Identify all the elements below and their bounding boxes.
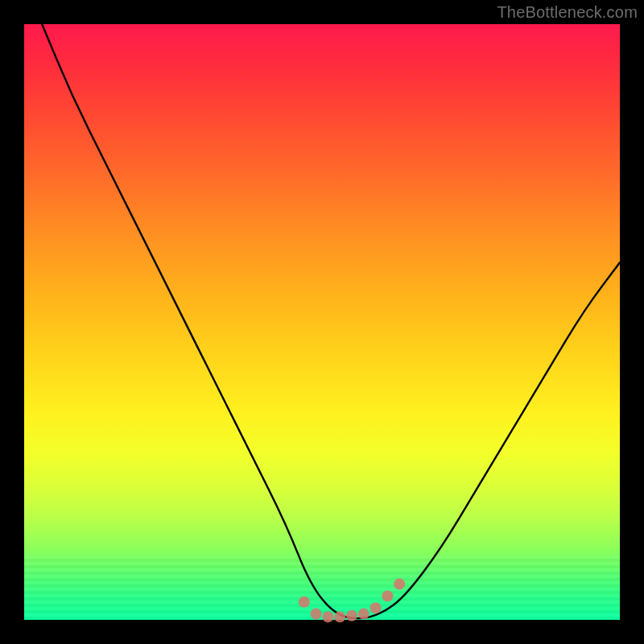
valley-marker bbox=[334, 611, 345, 622]
plot-area bbox=[24, 24, 620, 620]
curve-svg bbox=[24, 24, 620, 620]
valley-marker bbox=[311, 609, 322, 620]
chart-stage: TheBottleneck.com bbox=[0, 0, 644, 644]
valley-marker bbox=[370, 602, 382, 613]
valley-marker bbox=[346, 610, 357, 621]
watermark-text: TheBottleneck.com bbox=[497, 3, 638, 22]
valley-marker bbox=[382, 590, 393, 601]
valley-marker bbox=[299, 597, 310, 608]
valley-marker bbox=[322, 611, 333, 622]
valley-marker bbox=[394, 579, 405, 590]
valley-marker bbox=[358, 609, 369, 620]
valley-markers bbox=[299, 579, 405, 623]
bottleneck-curve bbox=[42, 24, 620, 618]
